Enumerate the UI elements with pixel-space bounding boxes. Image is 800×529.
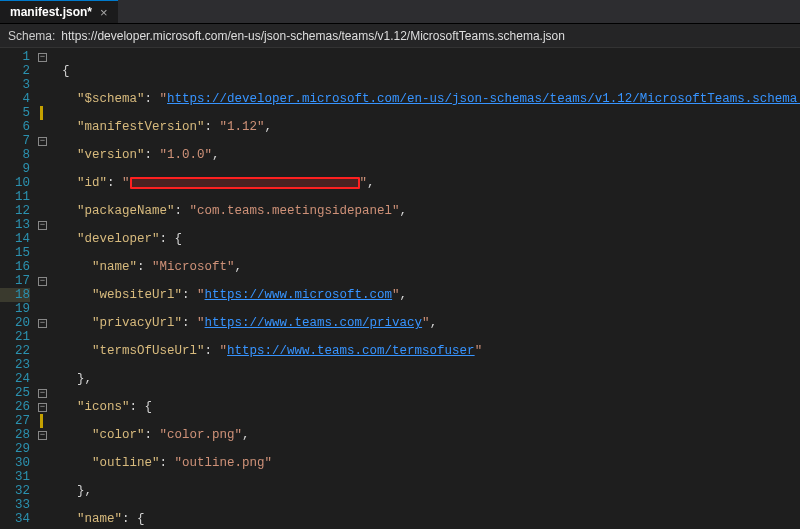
fold-toggle[interactable]: − — [38, 389, 47, 398]
fold-toggle[interactable]: − — [38, 319, 47, 328]
tab-bar: manifest.json* × — [0, 0, 800, 24]
code-body[interactable]: { "$schema": "https://developer.microsof… — [47, 48, 800, 529]
fold-toggle[interactable]: − — [38, 53, 47, 62]
redacted-id — [130, 177, 360, 189]
fold-toggle[interactable]: − — [38, 137, 47, 146]
fold-toggle[interactable]: − — [38, 431, 47, 440]
tab-manifest-json[interactable]: manifest.json* × — [0, 0, 118, 23]
line-number-gutter: 12345 678910 1112131415 1617181920 21222… — [0, 48, 38, 529]
modified-marker — [40, 414, 43, 428]
code-editor[interactable]: 12345 678910 1112131415 1617181920 21222… — [0, 48, 800, 529]
close-icon[interactable]: × — [100, 5, 108, 20]
schema-url[interactable]: https://developer.microsoft.com/en-us/js… — [61, 29, 565, 43]
schema-bar: Schema: https://developer.microsoft.com/… — [0, 24, 800, 48]
fold-toggle[interactable]: − — [38, 403, 47, 412]
fold-toggle[interactable]: − — [38, 277, 47, 286]
schema-label: Schema: — [8, 29, 55, 43]
fold-toggle[interactable]: − — [38, 221, 47, 230]
fold-gutter: − − − − − − − − — [38, 48, 47, 529]
modified-marker — [40, 106, 43, 120]
tab-title: manifest.json* — [10, 5, 92, 19]
